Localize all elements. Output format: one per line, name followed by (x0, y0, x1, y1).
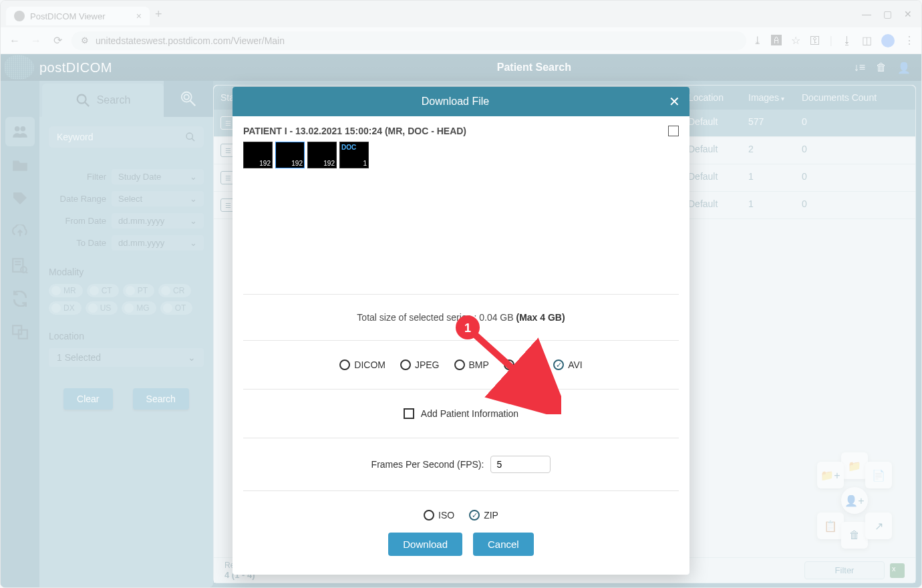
modal-overlay: Download File ✕ PATIENT I - 13.02.2021 1… (0, 0, 922, 588)
cancel-button[interactable]: Cancel (473, 533, 534, 556)
download-modal: Download File ✕ PATIENT I - 13.02.2021 1… (233, 87, 689, 575)
fps-label: Frames Per Second (FPS): (371, 459, 484, 470)
modal-close-icon[interactable]: ✕ (669, 94, 680, 110)
format-radio-avi[interactable]: AVI (553, 359, 583, 370)
download-button[interactable]: Download (388, 533, 462, 556)
add-patient-info-checkbox[interactable] (404, 408, 414, 419)
series-thumbnail[interactable]: DOC1 (339, 142, 369, 168)
series-thumbnail[interactable]: 192 (275, 142, 305, 168)
select-all-checkbox[interactable] (668, 126, 679, 136)
archive-radio-iso[interactable]: ISO (424, 510, 454, 521)
series-title: PATIENT I - 13.02.2021 15:00:24 (MR, DOC… (243, 126, 466, 136)
format-radio-bmp[interactable]: BMP (454, 359, 489, 370)
fps-input[interactable] (490, 456, 551, 473)
total-size-text: Total size of selected series : 0.04 GB … (243, 307, 679, 328)
format-radio-dicom[interactable]: DICOM (339, 359, 386, 370)
archive-radio-zip[interactable]: ZIP (469, 510, 498, 521)
format-radio-png[interactable]: PNG (504, 359, 539, 370)
series-thumbnail[interactable]: 192 (243, 142, 273, 168)
series-thumbnail[interactable]: 192 (307, 142, 337, 168)
format-radio-jpeg[interactable]: JPEG (400, 359, 440, 370)
add-patient-info-label: Add Patient Information (421, 408, 518, 419)
modal-title: Download File (242, 96, 669, 108)
